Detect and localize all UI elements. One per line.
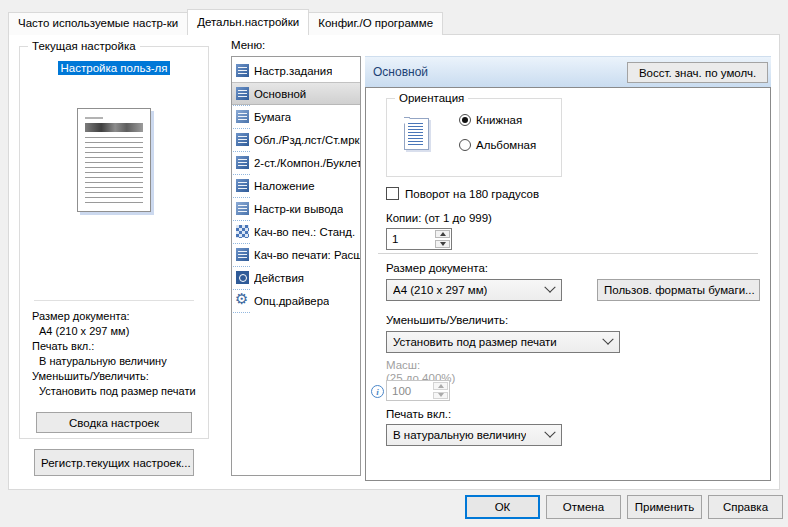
tab-bar: Часто используемые настр-киДетальн.настр… [8,9,442,35]
summary-line: Печать вкл.: [32,339,205,354]
tab-page: Текущая настройка Настройка польз-ля Раз… [8,34,780,490]
basic-icon [236,87,249,100]
help-button[interactable]: Справка [708,495,783,519]
thumbnail-text-lines [85,137,143,203]
summary-line: В натуральную величину [32,354,205,369]
chevron-down-icon [602,334,613,345]
cover-sheet-icon [236,133,249,146]
overlay-icon [236,179,249,192]
output-settings-icon [236,202,249,215]
menu-item-driver-options[interactable]: Опц.драйвера [232,289,360,312]
document-size-label: Размер документа: [386,262,488,274]
radio-label: Книжная [476,114,522,126]
horizontal-separator [378,253,758,254]
section-header-title: Основной [373,65,428,79]
menu-item-label: Кач-во печати: Расш. [254,249,360,261]
selected-setting-label: Настройка польз-ля [58,61,171,75]
menu-item-label: Обл./Рзд.лст/Ст.мрк. [254,134,360,146]
menu-item-label: Опц.драйвера [254,295,329,307]
menu-label: Меню: [231,39,265,51]
chevron-down-icon [544,427,555,438]
scale-label: Масш: [386,359,420,371]
radio-indicator [459,114,471,126]
copies-value: 1 [387,229,434,249]
menu-item-label: Действия [254,272,304,284]
cancel-button[interactable]: Отмена [546,495,621,519]
tab-configure[interactable]: Конфиг./О программе [308,12,443,35]
menu-item-paper[interactable]: Бумага [232,105,360,128]
duplex-booklet-icon [236,156,249,169]
tab-detailed[interactable]: Детальн.настройки [187,9,309,35]
printer-settings-dialog: { "tabs": [ {"id": "favorite", "label": … [0,0,788,527]
menu-item-basic[interactable]: Основной [232,82,360,105]
checkbox-indicator [386,187,399,200]
job-settings-icon [236,64,249,77]
spin-up-button[interactable] [435,230,450,238]
menu-item-actions[interactable]: Действия [232,266,360,289]
apply-button[interactable]: Применить [627,495,702,519]
paper-icon [236,110,249,123]
ok-button[interactable]: ОК [465,495,540,519]
summary-line: Уменьшить/Увеличить: [32,369,205,384]
menu-item-cover-sheet[interactable]: Обл./Рзд.лст/Ст.мрк. [232,128,360,151]
print-on-label: Печать вкл.: [386,408,451,420]
menu-item-label: Настр.задания [254,65,332,77]
document-size-value: A4 (210 x 297 мм) [393,284,487,296]
scale-spinner: 100 [386,380,450,401]
copies-spinner[interactable]: 1 [386,228,452,250]
menu-item-label: Настр-ки вывода [254,203,343,215]
thumbnail-title-line [85,117,103,119]
menu-item-job-settings[interactable]: Настр.задания [232,59,360,82]
document-size-dropdown[interactable]: A4 (210 x 297 мм) [386,279,562,301]
menu-item-quality-advanced[interactable]: Кач-во печати: Расш. [232,243,360,266]
print-on-value: В натуральную величину [393,429,526,441]
reduce-enlarge-dropdown[interactable]: Установить под размер печати [386,331,620,353]
copies-label: Копии: (от 1 до 999) [386,212,492,224]
rotate-180-checkbox[interactable]: Поворот на 180 градусов [386,187,539,200]
reduce-enlarge-value: Установить под размер печати [393,336,557,348]
info-icon [371,385,384,398]
menu-item-label: Кач-во печ.: Станд. [254,226,355,238]
menu-item-label: Бумага [254,111,291,123]
driver-options-icon [236,294,249,307]
print-on-dropdown[interactable]: В натуральную величину [386,424,562,446]
custom-paper-formats-button[interactable]: Пользов. форматы бумаги... [597,279,760,301]
menu-item-duplex-booklet[interactable]: 2-ст./Компон./Буклет [232,151,360,174]
menu-item-overlay[interactable]: Наложение [232,174,360,197]
menu-item-quality-standard[interactable]: Кач-во печ.: Станд. [232,220,360,243]
spin-down-button[interactable] [435,240,450,248]
summary-line: A4 (210 x 297 мм) [32,324,205,339]
tab-favorite[interactable]: Часто используемые настр-ки [8,12,188,35]
menu-item-label: Основной [254,88,306,100]
selected-setting[interactable]: Настройка польз-ля [20,62,208,74]
rotate-180-label: Поворот на 180 градусов [405,188,539,200]
menu-item-output-settings[interactable]: Настр-ки вывода [232,197,360,220]
scale-spin-buttons [432,381,449,400]
radio-portrait[interactable]: Книжная [459,114,536,126]
actions-icon [236,271,249,284]
radio-indicator [459,139,471,151]
thumbnail-header-band [85,123,143,132]
chevron-down-icon [544,282,555,293]
scale-value: 100 [387,381,432,400]
page-preview-thumbnail [77,108,151,212]
portrait-page-icon [404,118,429,150]
left-separator [34,300,194,301]
orientation-group: Ориентация КнижнаяАльбомная [386,98,562,177]
spin-up-button [433,382,448,390]
section-body: Ориентация КнижнаяАльбомная Поворот на 1… [365,87,771,481]
restore-defaults-button[interactable]: Восст. знач. по умолч. [627,62,768,83]
reduce-enlarge-label: Уменьшить/Увеличить: [386,314,508,326]
quality-advanced-icon [236,248,249,261]
menu-item-label: Наложение [254,180,315,192]
orientation-group-title: Ориентация [395,91,468,105]
settings-summary-button[interactable]: Сводка настроек [36,412,192,433]
radio-landscape[interactable]: Альбомная [459,139,536,151]
menu-item-label: 2-ст./Компон./Буклет [254,157,360,169]
settings-summary: Размер документа:A4 (210 x 297 мм)Печать… [32,309,205,399]
current-setting-group: Текущая настройка Настройка польз-ля Раз… [19,46,209,439]
register-current-settings-button[interactable]: Регистр.текущих настроек... [34,449,194,476]
quality-standard-icon [236,225,249,238]
radio-label: Альбомная [476,139,536,151]
footer-buttons: ОКОтменаПрименитьСправка [465,495,783,519]
